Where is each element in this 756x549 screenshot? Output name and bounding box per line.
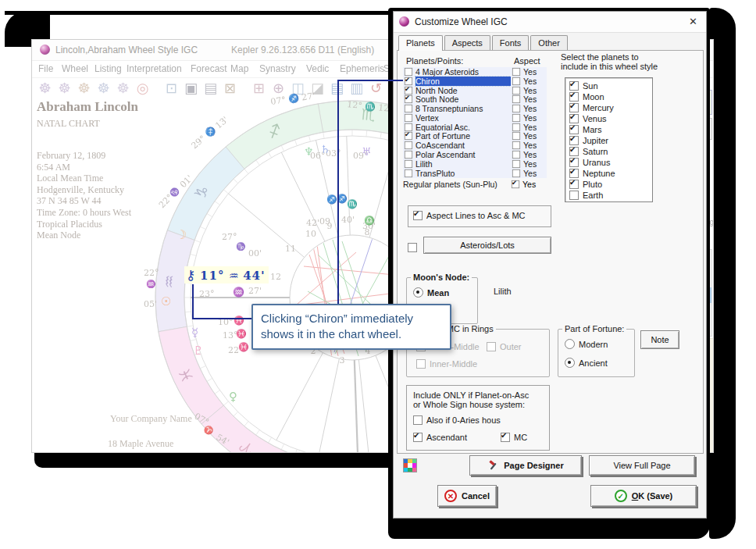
tab-planets[interactable]: Planets bbox=[398, 35, 443, 51]
planet-row-uranus[interactable]: Uranus bbox=[565, 157, 652, 168]
aspect-row[interactable]: Yes bbox=[511, 123, 547, 132]
regular-planets-aspect[interactable]: Yes bbox=[511, 180, 536, 189]
planet-checkbox[interactable] bbox=[569, 158, 579, 167]
mc-checkbox[interactable] bbox=[501, 433, 510, 442]
point-checkbox[interactable] bbox=[405, 114, 412, 122]
planet-checkbox[interactable] bbox=[569, 191, 579, 200]
point-checkbox[interactable] bbox=[405, 132, 412, 140]
page-designer-button[interactable]: Page Designer bbox=[469, 455, 582, 476]
wheel-line bbox=[308, 135, 310, 141]
planet-checkbox[interactable] bbox=[569, 114, 579, 123]
point-row-chiron[interactable]: Chiron bbox=[403, 77, 511, 86]
wheel-label: ♐ bbox=[326, 194, 337, 205]
aspect-list: YesYesYesYesYesYesYesYesYesYesYesYes bbox=[511, 67, 547, 178]
aspect-checkbox[interactable] bbox=[512, 86, 520, 94]
planet-checkbox[interactable] bbox=[569, 103, 579, 112]
point-checkbox[interactable] bbox=[405, 160, 412, 168]
dialog-titlebar[interactable]: Customize Wheel IGC ✕ bbox=[394, 12, 706, 33]
point-checkbox[interactable] bbox=[405, 86, 412, 94]
aspect-row[interactable]: Yes bbox=[511, 67, 547, 77]
planet-row-saturn[interactable]: Saturn bbox=[565, 146, 652, 157]
planet-checkbox[interactable] bbox=[569, 180, 579, 189]
planet-row-moon[interactable]: Moon bbox=[565, 91, 652, 102]
view-full-page-button[interactable]: View Full Page bbox=[589, 455, 695, 476]
aspect-checkbox[interactable] bbox=[512, 77, 520, 85]
aspect-row[interactable]: Yes bbox=[511, 94, 547, 104]
wheel-label: ♀ bbox=[229, 390, 237, 404]
aspect-row[interactable]: Yes bbox=[511, 104, 547, 113]
ascendant-checkbox[interactable] bbox=[413, 433, 423, 442]
regular-aspect-checkbox[interactable] bbox=[512, 180, 519, 188]
aspect-row[interactable]: Yes bbox=[511, 159, 547, 169]
point-row-lilith[interactable]: Lilith bbox=[403, 159, 511, 169]
aspect-checkbox[interactable] bbox=[512, 95, 520, 103]
point-row-coascendant[interactable]: CoAscendant bbox=[403, 141, 511, 150]
planet-checkbox[interactable] bbox=[569, 136, 579, 145]
planet-row-neptune[interactable]: Neptune bbox=[565, 168, 652, 179]
point-row-8-transneptunians[interactable]: 8 Transneptunians bbox=[403, 104, 511, 113]
aspect-checkbox[interactable] bbox=[512, 160, 520, 168]
note-button[interactable]: Note bbox=[640, 330, 679, 349]
planet-checkbox[interactable] bbox=[569, 92, 579, 102]
aspect-row[interactable]: Yes bbox=[511, 113, 547, 123]
tab-aspects[interactable]: Aspects bbox=[444, 35, 490, 51]
point-row-part-of-fortune[interactable]: Part of Fortune bbox=[403, 132, 511, 141]
wheel-line bbox=[319, 358, 339, 452]
aspect-checkbox[interactable] bbox=[512, 68, 520, 76]
asteroids-checkbox[interactable] bbox=[408, 243, 417, 252]
planet-select-list: SunMoonMercuryVenusMarsJupiterSaturnUran… bbox=[565, 77, 653, 202]
aspect-row[interactable]: Yes bbox=[511, 77, 547, 86]
planet-checkbox[interactable] bbox=[569, 81, 579, 91]
aspect-checkbox[interactable] bbox=[512, 169, 520, 177]
ancient-radio[interactable] bbox=[565, 358, 575, 368]
point-checkbox[interactable] bbox=[405, 95, 412, 103]
planet-checkbox[interactable] bbox=[569, 147, 579, 156]
aspect-row[interactable]: Yes bbox=[511, 141, 547, 150]
planet-row-mars[interactable]: Mars bbox=[565, 124, 652, 135]
planet-row-jupiter[interactable]: Jupiter bbox=[565, 135, 652, 146]
point-row-south-node[interactable]: South Node bbox=[403, 94, 511, 104]
point-row-4-major-asteroids[interactable]: 4 Major Asteroids bbox=[403, 67, 511, 77]
wheel-line bbox=[358, 360, 369, 452]
aspect-row[interactable]: Yes bbox=[511, 169, 547, 178]
ok-save-button[interactable]: ✓ OK (Save) bbox=[590, 485, 697, 507]
aspect-checkbox[interactable] bbox=[512, 105, 520, 112]
point-row-north-node[interactable]: North Node bbox=[403, 86, 511, 95]
wheel-line bbox=[200, 226, 205, 229]
point-row-transpluto[interactable]: TransPluto bbox=[403, 169, 511, 178]
point-checkbox[interactable] bbox=[405, 169, 412, 177]
aspect-checkbox[interactable] bbox=[512, 151, 520, 159]
aspect-row[interactable]: Yes bbox=[511, 132, 547, 141]
aspect-row[interactable]: Yes bbox=[511, 150, 547, 159]
aspect-checkbox[interactable] bbox=[512, 132, 520, 140]
point-row-polar-ascendant[interactable]: Polar Ascendant bbox=[403, 150, 511, 159]
also-0-aries-checkbox[interactable] bbox=[413, 415, 423, 425]
planet-checkbox[interactable] bbox=[569, 125, 579, 134]
point-checkbox[interactable] bbox=[405, 151, 412, 159]
point-row-vertex[interactable]: Vertex bbox=[403, 113, 511, 123]
tab-fonts[interactable]: Fonts bbox=[492, 35, 530, 51]
point-checkbox[interactable] bbox=[405, 77, 412, 85]
aspect-checkbox[interactable] bbox=[512, 141, 520, 149]
planet-row-earth[interactable]: Earth bbox=[565, 190, 652, 201]
point-checkbox[interactable] bbox=[405, 68, 412, 76]
modern-radio[interactable] bbox=[565, 339, 575, 349]
node-radio-mean[interactable]: Mean bbox=[413, 287, 449, 298]
planet-row-sun[interactable]: Sun bbox=[565, 80, 652, 91]
point-row-equatorial-asc-[interactable]: Equatorial Asc. bbox=[403, 123, 511, 132]
close-icon[interactable]: ✕ bbox=[689, 16, 697, 27]
color-grid-button[interactable] bbox=[403, 458, 417, 472]
point-checkbox[interactable] bbox=[405, 141, 412, 149]
planet-checkbox[interactable] bbox=[569, 169, 579, 178]
point-checkbox[interactable] bbox=[405, 105, 412, 112]
asteroids-lots-button[interactable]: Asteroids/Lots bbox=[423, 237, 551, 254]
aspect-row[interactable]: Yes bbox=[511, 86, 547, 95]
aspect-lines-checkbox[interactable] bbox=[413, 211, 423, 220]
planet-row-pluto[interactable]: Pluto bbox=[565, 179, 652, 190]
aspect-checkbox[interactable] bbox=[512, 114, 520, 122]
cancel-button[interactable]: ✕ Cancel bbox=[437, 485, 497, 507]
tab-other[interactable]: Other bbox=[530, 35, 568, 51]
planet-row-venus[interactable]: Venus bbox=[565, 113, 652, 124]
planet-row-mercury[interactable]: Mercury bbox=[565, 102, 652, 113]
aspect-checkbox[interactable] bbox=[512, 123, 520, 131]
